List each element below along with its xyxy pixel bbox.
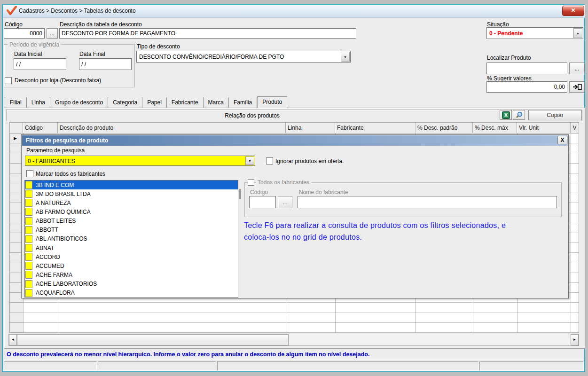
filter-dialog-title: Filtros de pesquisa de produto xyxy=(26,135,108,146)
fabricante-nome-label: Nome do fabricante xyxy=(299,189,348,196)
manufacturer-list-item[interactable]: ABNAT xyxy=(25,243,238,252)
manufacturer-list-item[interactable]: 3B IND E COM xyxy=(25,180,238,189)
parametro-pesquisa-select[interactable]: 0 - FABRICANTES ▼ xyxy=(25,156,255,166)
column-header--desc-máx[interactable]: % Desc. máx xyxy=(473,123,517,133)
manufacturer-list-item[interactable]: ACHE LABORATORIOS xyxy=(25,280,238,289)
tab-linha[interactable]: Linha xyxy=(27,97,50,108)
fabricante-codigo-label: Código xyxy=(250,189,268,196)
scroll-left-icon[interactable]: ◄ xyxy=(9,334,17,345)
manufacturer-checkbox[interactable] xyxy=(25,289,32,297)
hierarchy-status-text: O desconto prevalecerá no menor nível hi… xyxy=(7,349,369,360)
manufacturer-checkbox[interactable] xyxy=(25,199,32,207)
marcar-todos-checkbox[interactable] xyxy=(26,170,33,177)
tipo-desconto-label: Tipo de desconto xyxy=(137,43,180,50)
grid-horizontal-scrollbar[interactable]: ◄ ► xyxy=(8,334,579,346)
parametro-pesquisa-label: Parametro de pesquisa xyxy=(26,147,85,154)
tab-fabricante[interactable]: Fabricante xyxy=(167,97,204,108)
fabricante-browse-button[interactable]: ... xyxy=(278,196,292,208)
manufacturer-list-item[interactable]: ACCORD xyxy=(25,252,238,261)
manufacturer-checkbox[interactable] xyxy=(25,181,32,189)
desconto-por-loja-checkbox[interactable] xyxy=(5,77,12,84)
fabricante-codigo-input[interactable] xyxy=(249,196,276,208)
manufacturer-list-item[interactable]: ACCUMED xyxy=(25,261,238,270)
manufacturer-list-item[interactable]: ACQUAFLORA xyxy=(25,289,238,298)
manufacturers-listbox[interactable]: 3B IND E COM3M DO BRASIL LTDAA NATUREZAA… xyxy=(24,180,238,298)
todos-fabricantes-checkbox[interactable] xyxy=(248,179,254,186)
column-header-descrição-do-produto[interactable]: Descrição do produto xyxy=(58,123,286,133)
fabricante-nome-input[interactable] xyxy=(298,196,557,208)
filter-dialog-close-button[interactable]: X xyxy=(557,136,567,144)
tab-produto[interactable]: Produto xyxy=(257,96,287,108)
data-inicial-label: Data Inicial xyxy=(14,51,42,57)
manufacturer-checkbox[interactable] xyxy=(25,226,32,234)
column-header-linha[interactable]: Linha xyxy=(286,123,335,133)
manufacturer-checkbox[interactable] xyxy=(25,208,32,216)
scrollbar-thumb[interactable] xyxy=(17,334,289,345)
apply-values-button[interactable] xyxy=(569,81,585,93)
manufacturer-list-item[interactable]: ABL ANTIBIOTICOS xyxy=(25,235,238,243)
manufacturer-checkbox[interactable] xyxy=(25,217,32,225)
manufacturer-checkbox[interactable] xyxy=(25,271,32,279)
manufacturer-list-item[interactable]: 3M DO BRASIL LTDA xyxy=(25,189,238,198)
filter-dialog-title-bar[interactable]: Filtros de pesquisa de produto xyxy=(22,135,568,146)
chevron-down-icon[interactable]: ▼ xyxy=(341,52,350,62)
tab-família[interactable]: Família xyxy=(229,97,257,108)
manufacturer-checkbox[interactable] xyxy=(25,244,32,252)
localizar-browse-button[interactable]: ... xyxy=(569,63,585,74)
data-final-input[interactable] xyxy=(79,58,132,70)
manufacturer-list-item[interactable]: ACHE FARMA xyxy=(25,270,238,279)
descricao-label: Descrição da tabela de desconto xyxy=(60,21,142,28)
tab-grupo-de-desconto[interactable]: Grupo de desconto xyxy=(50,97,108,108)
tab-filial[interactable]: Filial xyxy=(5,97,27,108)
column-header-vlr-unit[interactable]: Vlr. Unit xyxy=(517,123,571,133)
ignorar-ofertas-checkbox[interactable] xyxy=(266,157,273,164)
tab-categoria[interactable]: Categoria xyxy=(108,97,142,108)
situacao-select[interactable]: 0 - Pendente ▼ xyxy=(486,27,583,39)
data-inicial-input[interactable] xyxy=(14,58,66,70)
statusbar-panel-3 xyxy=(217,361,478,371)
descricao-input[interactable] xyxy=(59,28,356,39)
column-header-selector[interactable] xyxy=(10,123,23,133)
column-header-v[interactable]: V xyxy=(571,123,579,133)
app-logo-checkmark-icon xyxy=(7,6,17,16)
codigo-input[interactable] xyxy=(4,28,45,39)
close-button[interactable]: ✕ xyxy=(562,6,584,16)
chevron-down-icon[interactable]: ▼ xyxy=(573,28,582,38)
tab-papel[interactable]: Papel xyxy=(142,97,167,108)
column-header--desc-padrão[interactable]: % Desc. padrão xyxy=(416,123,473,133)
tipo-desconto-select[interactable]: DESCONTO CONVÊNIO/CREDIÁRIO/FORMA DE PGT… xyxy=(136,51,351,63)
excel-icon: X xyxy=(502,111,510,119)
tab-marca[interactable]: Marca xyxy=(204,97,229,108)
scroll-right-icon[interactable]: ► xyxy=(571,334,579,345)
manufacturer-list-item[interactable]: ABBOTT xyxy=(25,226,238,235)
manufacturer-list-item[interactable]: ABBOT LEITES xyxy=(25,217,238,226)
parametro-pesquisa-value: 0 - FABRICANTES xyxy=(28,156,244,165)
data-final-label: Data Final xyxy=(79,51,105,57)
codigo-label: Código xyxy=(5,21,23,28)
statusbar-panel-2 xyxy=(98,361,216,371)
localizar-produto-input[interactable] xyxy=(486,63,567,74)
export-excel-button[interactable]: X xyxy=(500,110,512,120)
tipo-desconto-value: DESCONTO CONVÊNIO/CREDIÁRIO/FORMA DE PGT… xyxy=(139,51,340,62)
manufacturer-checkbox[interactable] xyxy=(25,280,32,288)
manufacturer-checkbox[interactable] xyxy=(25,235,32,243)
copiar-button[interactable]: Copiar xyxy=(528,110,582,120)
sugerir-valores-label: % Sugerir valores xyxy=(487,75,532,82)
column-header-fabricante[interactable]: Fabricante xyxy=(335,123,416,133)
situacao-value: 0 - Pendente xyxy=(489,28,572,39)
search-products-button[interactable] xyxy=(513,110,525,120)
manufacturer-name: 3M DO BRASIL LTDA xyxy=(36,191,91,197)
manufacturer-list-item[interactable]: A NATUREZA xyxy=(25,198,238,207)
sugerir-valores-input[interactable] xyxy=(486,81,567,93)
manufacturer-checkbox[interactable] xyxy=(25,190,32,198)
manufacturer-name: ACHE FARMA xyxy=(36,272,72,278)
screen: Cadastros > Descontos > Tabelas de desco… xyxy=(0,0,588,376)
manufacturer-checkbox[interactable] xyxy=(25,253,32,261)
codigo-browse-button[interactable]: ... xyxy=(47,28,58,39)
statusbar-panel-1 xyxy=(4,361,97,371)
manufacturer-checkbox[interactable] xyxy=(25,262,32,270)
chevron-down-icon[interactable]: ▼ xyxy=(245,157,254,165)
column-header-código[interactable]: Código xyxy=(23,123,58,133)
manufacturer-list-item[interactable]: AB FARMO QUIMICA xyxy=(25,207,238,216)
listbox-scrollbar[interactable] xyxy=(239,189,241,199)
